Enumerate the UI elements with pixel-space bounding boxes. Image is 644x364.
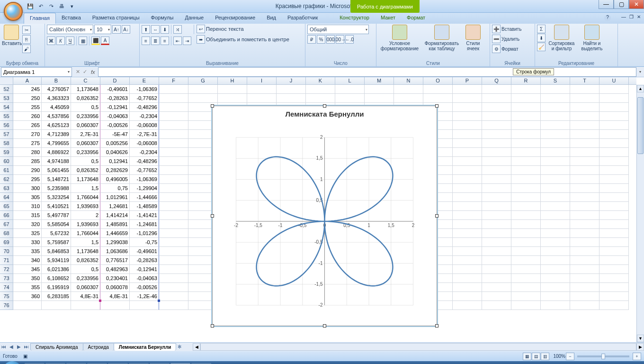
cell-D75[interactable]: 4,8E-31 — [100, 292, 130, 301]
chart-handle-bc[interactable] — [323, 324, 326, 328]
cell-E72[interactable]: -0,12941 — [130, 265, 159, 274]
grow-font-icon[interactable]: A↑ — [112, 25, 121, 34]
clear-icon[interactable]: 🧹 — [537, 43, 546, 51]
cell-Q60[interactable] — [482, 157, 511, 166]
cell-P66[interactable] — [453, 211, 482, 220]
cell-S65[interactable] — [541, 202, 570, 211]
cell-H52[interactable] — [218, 85, 247, 94]
cell-D74[interactable]: 0,060078 — [100, 283, 130, 292]
cell-F76[interactable] — [159, 301, 188, 310]
cell-Q65[interactable] — [482, 202, 511, 211]
cell-B70[interactable]: 5,846853 — [42, 247, 71, 256]
cell-P74[interactable] — [453, 283, 482, 292]
cell-S74[interactable] — [541, 283, 570, 292]
col-header-F[interactable]: F — [159, 77, 188, 84]
cell-R52[interactable] — [511, 85, 541, 94]
sheet-tab-0[interactable]: Спираль Архимеда — [30, 343, 83, 351]
cell-Q76[interactable] — [482, 301, 511, 310]
start-button[interactable] — [3, 361, 22, 364]
cell-A56[interactable]: 265 — [13, 121, 42, 130]
cell-S70[interactable] — [541, 247, 570, 256]
cell-S57[interactable] — [541, 130, 570, 139]
cell-E57[interactable]: -2,7E-31 — [130, 130, 159, 139]
cell-C61[interactable]: 0,826352 — [71, 166, 100, 175]
zoom-slider-thumb[interactable] — [601, 354, 605, 359]
cell-T55[interactable] — [570, 112, 599, 121]
cell-P56[interactable] — [453, 121, 482, 130]
col-header-S[interactable]: S — [541, 77, 570, 84]
cell-D55[interactable]: -0,04063 — [100, 112, 130, 121]
cell-T62[interactable] — [570, 175, 599, 184]
cell-styles-button[interactable]: Стили ячеек — [463, 25, 483, 51]
cell-A71[interactable]: 340 — [13, 256, 42, 265]
sheet-nav-next-icon[interactable]: ▶ — [15, 343, 23, 351]
cell-R64[interactable] — [511, 193, 541, 202]
cell-A75[interactable]: 360 — [13, 292, 42, 301]
currency-icon[interactable]: ₽ — [307, 35, 316, 44]
col-header-G[interactable]: G — [188, 77, 218, 84]
cell-P57[interactable] — [453, 130, 482, 139]
row-header-57[interactable]: 57 — [0, 130, 13, 139]
cell-P73[interactable] — [453, 274, 482, 283]
sheet-tab-1[interactable]: Астроида — [83, 343, 114, 351]
col-header-A[interactable]: A — [13, 77, 42, 84]
qat-undo-icon[interactable]: ↶ — [36, 2, 45, 10]
italic-button[interactable]: К — [56, 36, 65, 45]
cell-F56[interactable] — [159, 121, 188, 130]
cell-S69[interactable] — [541, 238, 570, 247]
row-header-52[interactable]: 52 — [0, 85, 13, 94]
cell-Q64[interactable] — [482, 193, 511, 202]
cell-F53[interactable] — [159, 94, 188, 103]
bold-button[interactable]: Ж — [47, 36, 55, 45]
cell-U62[interactable] — [599, 175, 629, 184]
cell-T52[interactable] — [570, 85, 599, 94]
cell-A65[interactable]: 310 — [13, 202, 42, 211]
cell-A53[interactable]: 250 — [13, 94, 42, 103]
cell-D70[interactable]: 1,063686 — [100, 247, 130, 256]
cell-T65[interactable] — [570, 202, 599, 211]
cell-F66[interactable] — [159, 211, 188, 220]
cell-R76[interactable] — [511, 301, 541, 310]
cell-F64[interactable] — [159, 193, 188, 202]
cell-B62[interactable]: 5,148721 — [42, 175, 71, 184]
cell-C73[interactable]: 0,233956 — [71, 274, 100, 283]
cell-T73[interactable] — [570, 274, 599, 283]
cell-S63[interactable] — [541, 184, 570, 193]
cell-C57[interactable]: 2,7E-31 — [71, 130, 100, 139]
cell-A63[interactable]: 300 — [13, 184, 42, 193]
cell-P76[interactable] — [453, 301, 482, 310]
cell-A55[interactable]: 260 — [13, 112, 42, 121]
cell-U68[interactable] — [599, 229, 629, 238]
chart-handle-tr[interactable] — [435, 104, 438, 108]
help-icon[interactable]: ? — [604, 15, 611, 21]
cell-U60[interactable] — [599, 157, 629, 166]
cell-C72[interactable]: 0,5 — [71, 265, 100, 274]
office-button[interactable] — [4, 2, 23, 21]
cell-P61[interactable] — [453, 166, 482, 175]
qat-customize-icon[interactable]: ▾ — [68, 2, 76, 10]
row-header-72[interactable]: 72 — [0, 265, 13, 274]
cell-R57[interactable] — [511, 130, 541, 139]
cell-S62[interactable] — [541, 175, 570, 184]
font-color-icon[interactable]: A — [101, 36, 109, 45]
cell-A70[interactable]: 335 — [13, 247, 42, 256]
cell-D66[interactable]: 1,414214 — [100, 211, 130, 220]
zoom-in-button[interactable]: + — [633, 353, 641, 360]
cell-T68[interactable] — [570, 229, 599, 238]
cell-P69[interactable] — [453, 238, 482, 247]
number-format-combo[interactable]: Общий — [307, 25, 369, 34]
cell-D68[interactable]: 1,446659 — [100, 229, 130, 238]
cell-E55[interactable]: -0,2304 — [130, 112, 159, 121]
cell-C69[interactable]: 1,5 — [71, 238, 100, 247]
cell-D65[interactable]: 1,24681 — [100, 202, 130, 211]
wrap-text-button[interactable]: ↩ Перенос текста — [197, 25, 289, 33]
cell-B58[interactable]: 4,799655 — [42, 139, 71, 148]
cell-C68[interactable]: 1,766044 — [71, 229, 100, 238]
cell-R67[interactable] — [511, 220, 541, 229]
row-header-61[interactable]: 61 — [0, 166, 13, 175]
cell-S72[interactable] — [541, 265, 570, 274]
cell-D64[interactable]: 1,012961 — [100, 193, 130, 202]
cut-icon[interactable]: ✂ — [22, 26, 31, 34]
cell-U70[interactable] — [599, 247, 629, 256]
hscroll-left-button[interactable]: ◀ — [193, 343, 200, 351]
